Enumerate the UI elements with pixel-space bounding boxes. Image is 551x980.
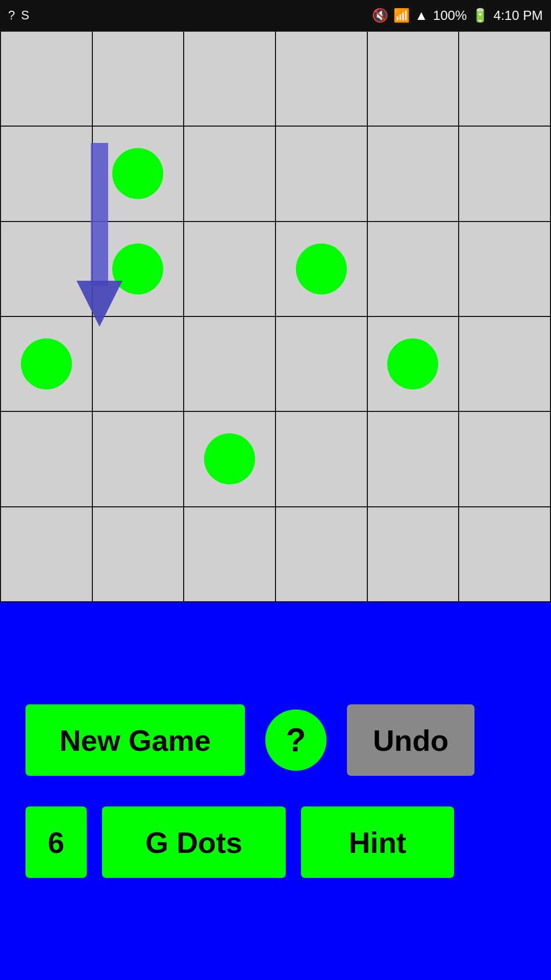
cell-5-0[interactable] (1, 507, 93, 602)
cell-4-5[interactable] (459, 412, 551, 507)
cell-4-0[interactable] (1, 412, 93, 507)
game-area (0, 31, 551, 602)
battery-icon: 🔋 (472, 8, 488, 23)
cell-1-1[interactable] (93, 127, 185, 222)
cell-5-4[interactable] (368, 507, 460, 602)
clock: 4:10 PM (493, 8, 543, 23)
game-grid[interactable] (0, 31, 551, 602)
help-button[interactable]: ? (265, 709, 327, 771)
cell-2-1[interactable] (93, 222, 185, 317)
skype-icon: S (21, 8, 29, 22)
control-row-1: New Game ? Undo (26, 704, 525, 776)
cell-1-2[interactable] (184, 127, 276, 222)
cell-0-1[interactable] (93, 32, 185, 127)
green-dot-2-1 (112, 243, 163, 295)
green-dot-4-2 (204, 433, 255, 484)
cell-1-3[interactable] (276, 127, 368, 222)
count-button[interactable]: 6 (26, 806, 87, 878)
cell-0-0[interactable] (1, 32, 93, 127)
cell-4-1[interactable] (93, 412, 185, 507)
cell-5-3[interactable] (276, 507, 368, 602)
cell-1-0[interactable] (1, 127, 93, 222)
cell-3-2[interactable] (184, 317, 276, 412)
undo-button[interactable]: Undo (347, 704, 474, 776)
controls-area: New Game ? Undo 6 G Dots Hint (0, 602, 551, 980)
cell-5-5[interactable] (459, 507, 551, 602)
cell-1-5[interactable] (459, 127, 551, 222)
status-bar: ? S 🔇 📶 ▲ 100% 🔋 4:10 PM (0, 0, 551, 31)
cell-5-1[interactable] (93, 507, 185, 602)
cell-2-2[interactable] (184, 222, 276, 317)
battery-level: 100% (433, 8, 467, 23)
green-dot-3-4 (387, 338, 438, 389)
cell-2-5[interactable] (459, 222, 551, 317)
cell-4-4[interactable] (368, 412, 460, 507)
green-dot-1-1 (112, 148, 163, 199)
signal-icon: ▲ (415, 8, 428, 23)
green-dot-2-3 (296, 243, 347, 295)
cell-0-4[interactable] (368, 32, 460, 127)
cell-2-3[interactable] (276, 222, 368, 317)
green-dot-3-0 (21, 338, 72, 389)
cell-3-4[interactable] (368, 317, 460, 412)
cell-2-0[interactable] (1, 222, 93, 317)
cell-1-4[interactable] (368, 127, 460, 222)
cell-0-3[interactable] (276, 32, 368, 127)
cell-3-5[interactable] (459, 317, 551, 412)
cell-0-2[interactable] (184, 32, 276, 127)
cell-3-0[interactable] (1, 317, 93, 412)
hint-button[interactable]: Hint (301, 806, 454, 878)
mute-icon: 🔇 (372, 8, 388, 23)
cell-3-1[interactable] (93, 317, 185, 412)
help-icon: ? (8, 8, 15, 22)
gdots-button[interactable]: G Dots (102, 806, 286, 878)
cell-3-3[interactable] (276, 317, 368, 412)
cell-2-4[interactable] (368, 222, 460, 317)
cell-5-2[interactable] (184, 507, 276, 602)
cell-4-3[interactable] (276, 412, 368, 507)
new-game-button[interactable]: New Game (26, 704, 245, 776)
cell-4-2[interactable] (184, 412, 276, 507)
wifi-icon: 📶 (393, 8, 410, 23)
control-row-2: 6 G Dots Hint (26, 806, 525, 878)
cell-0-5[interactable] (459, 32, 551, 127)
